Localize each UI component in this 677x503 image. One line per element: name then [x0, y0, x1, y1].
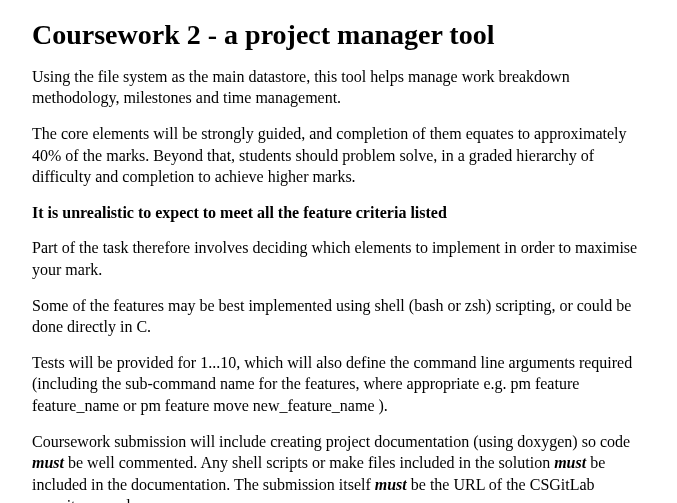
submission-text-b: be well commented. Any shell scripts or …	[64, 454, 554, 471]
must-emphasis-1: must	[32, 454, 64, 471]
tests-paragraph: Tests will be provided for 1...10, which…	[32, 352, 645, 417]
unrealistic-note-text: It is unrealistic to expect to meet all …	[32, 204, 447, 221]
intro-paragraph: Using the file system as the main datast…	[32, 66, 645, 109]
maximise-mark-paragraph: Part of the task therefore involves deci…	[32, 237, 645, 280]
submission-paragraph: Coursework submission will include creat…	[32, 431, 645, 503]
submission-text-a: Coursework submission will include creat…	[32, 433, 630, 450]
implementation-paragraph: Some of the features may be best impleme…	[32, 295, 645, 338]
must-emphasis-3: must	[375, 476, 407, 493]
page-title: Coursework 2 - a project manager tool	[32, 16, 645, 54]
unrealistic-note: It is unrealistic to expect to meet all …	[32, 202, 645, 224]
core-elements-paragraph: The core elements will be strongly guide…	[32, 123, 645, 188]
must-emphasis-2: must	[554, 454, 586, 471]
